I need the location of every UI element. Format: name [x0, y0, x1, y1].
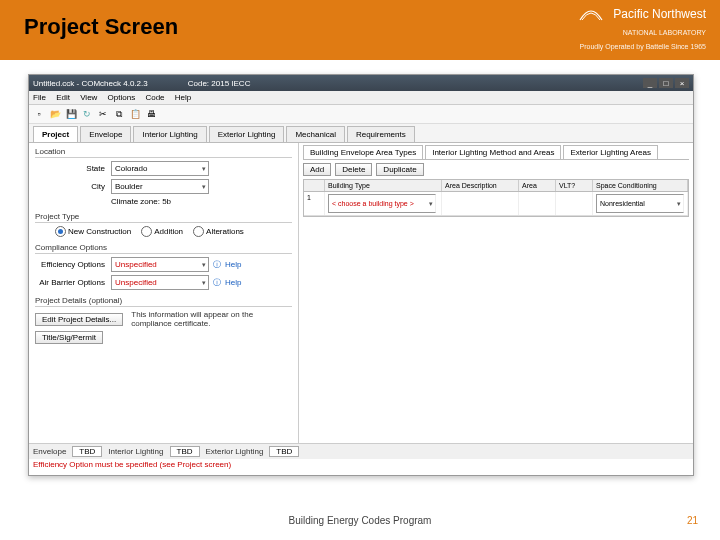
code-label: Code: 2015 IECC [188, 79, 251, 88]
menu-options[interactable]: Options [108, 93, 136, 102]
city-label: City [35, 182, 105, 191]
tab-mechanical[interactable]: Mechanical [286, 126, 344, 142]
maximize-button[interactable]: □ [659, 78, 673, 88]
edit-project-details-button[interactable]: Edit Project Details... [35, 313, 123, 326]
section-compliance: Compliance Options [35, 243, 292, 254]
section-project-type: Project Type [35, 212, 292, 223]
tab-requirements[interactable]: Requirements [347, 126, 415, 142]
subtab-envelope-areas[interactable]: Building Envelope Area Types [303, 145, 423, 159]
pnnl-logo-icon [578, 6, 604, 24]
subtab-exterior-lighting-areas[interactable]: Exterior Lighting Areas [563, 145, 658, 159]
state-label: State [35, 164, 105, 173]
info-icon[interactable]: ⓘ [213, 277, 221, 288]
menu-edit[interactable]: Edit [56, 93, 70, 102]
menu-view[interactable]: View [80, 93, 97, 102]
efficiency-label: Efficiency Options [35, 260, 105, 269]
org-tagline: Proudly Operated by Battelle Since 1965 [580, 43, 706, 50]
tab-exterior-lighting[interactable]: Exterior Lighting [209, 126, 285, 142]
air-barrier-label: Air Barrier Options [35, 278, 105, 287]
title-sig-permit-button[interactable]: Title/Sig/Permit [35, 331, 103, 344]
open-icon[interactable]: 📂 [49, 108, 61, 120]
save-icon[interactable]: 💾 [65, 108, 77, 120]
left-panel: Location State Colorado City Boulder Cli… [29, 143, 299, 443]
toolbar: ▫ 📂 💾 ↻ ✂ ⧉ 📋 🖶 [29, 105, 693, 124]
duplicate-button[interactable]: Duplicate [376, 163, 423, 176]
tab-envelope[interactable]: Envelope [80, 126, 131, 142]
grid-header: Building Type Area Description Area VLT?… [304, 180, 688, 192]
add-button[interactable]: Add [303, 163, 331, 176]
menu-help[interactable]: Help [175, 93, 191, 102]
radio-new-construction[interactable] [55, 226, 66, 237]
tab-interior-lighting[interactable]: Interior Lighting [133, 126, 206, 142]
efficiency-select[interactable]: Unspecified [111, 257, 209, 272]
area-actions: Add Delete Duplicate [303, 160, 689, 179]
info-icon[interactable]: ⓘ [213, 259, 221, 270]
area-subtabs: Building Envelope Area Types Interior Li… [303, 145, 689, 160]
tab-project[interactable]: Project [33, 126, 78, 142]
climate-zone: Climate zone: 5b [111, 197, 171, 206]
envelope-status: TBD [72, 446, 102, 457]
org-sub: NATIONAL LABORATORY [623, 29, 706, 36]
section-details: Project Details (optional) [35, 296, 292, 307]
menubar: File Edit View Options Code Help [29, 91, 693, 105]
slide-org: Pacific Northwest NATIONAL LABORATORY Pr… [578, 6, 706, 52]
table-row[interactable]: 1 < choose a building type > Nonresident… [304, 192, 688, 216]
subtab-interior-lighting-areas[interactable]: Interior Lighting Method and Areas [425, 145, 561, 159]
building-type-select[interactable]: < choose a building type > [328, 194, 436, 213]
copy-icon[interactable]: ⧉ [113, 108, 125, 120]
error-message: Efficiency Option must be specified (see… [29, 459, 693, 470]
city-select[interactable]: Boulder [111, 179, 209, 194]
slide-footer: Building Energy Codes Program [0, 515, 720, 526]
cut-icon[interactable]: ✂ [97, 108, 109, 120]
status-bar: Envelope TBD Interior Lighting TBD Exter… [29, 443, 693, 459]
radio-alterations[interactable] [193, 226, 204, 237]
help-link-air[interactable]: Help [225, 278, 241, 287]
details-note: This information will appear on the comp… [131, 310, 292, 328]
slide-title: Project Screen [24, 14, 178, 40]
interior-status: TBD [170, 446, 200, 457]
page-number: 21 [687, 515, 698, 526]
titlebar: Untitled.cck - COMcheck 4.0.2.3 Code: 20… [29, 75, 693, 91]
state-select[interactable]: Colorado [111, 161, 209, 176]
exterior-status: TBD [269, 446, 299, 457]
section-location: Location [35, 147, 292, 158]
window-title: Untitled.cck - COMcheck 4.0.2.3 [33, 79, 148, 88]
print-icon[interactable]: 🖶 [145, 108, 157, 120]
slide-banner: Project Screen Pacific Northwest NATIONA… [0, 0, 720, 60]
refresh-icon[interactable]: ↻ [81, 108, 93, 120]
menu-code[interactable]: Code [145, 93, 164, 102]
right-panel: Building Envelope Area Types Interior Li… [299, 143, 693, 443]
new-icon[interactable]: ▫ [33, 108, 45, 120]
minimize-button[interactable]: _ [643, 78, 657, 88]
org-name: Pacific Northwest [613, 7, 706, 21]
paste-icon[interactable]: 📋 [129, 108, 141, 120]
help-link-efficiency[interactable]: Help [225, 260, 241, 269]
app-window: Untitled.cck - COMcheck 4.0.2.3 Code: 20… [28, 74, 694, 476]
delete-button[interactable]: Delete [335, 163, 372, 176]
menu-file[interactable]: File [33, 93, 46, 102]
air-barrier-select[interactable]: Unspecified [111, 275, 209, 290]
conditioning-select[interactable]: Nonresidential [596, 194, 684, 213]
main-tabs: Project Envelope Interior Lighting Exter… [29, 124, 693, 143]
radio-addition[interactable] [141, 226, 152, 237]
area-grid: Building Type Area Description Area VLT?… [303, 179, 689, 217]
close-button[interactable]: × [675, 78, 689, 88]
